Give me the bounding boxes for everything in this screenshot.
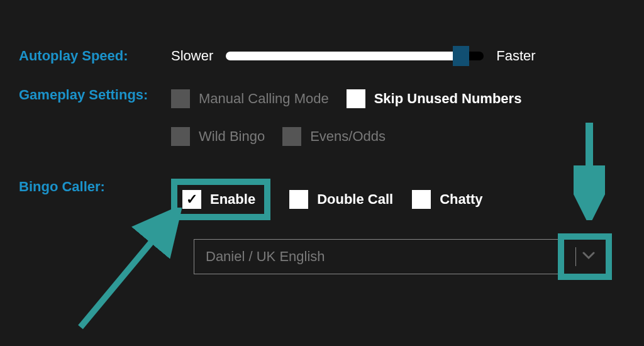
evens-odds-label: Evens/Odds — [310, 128, 386, 145]
bingo-caller-row: Bingo Caller: ✓ Enable Double Call Chatt… — [19, 179, 609, 274]
manual-calling-checkbox: Manual Calling Mode — [171, 89, 329, 108]
bingo-caller-label: Bingo Caller: — [19, 179, 171, 195]
double-call-checkbox[interactable]: Double Call — [289, 190, 393, 209]
checkbox-icon[interactable] — [289, 190, 308, 209]
enable-label: Enable — [210, 191, 255, 208]
checkbox-checked-icon[interactable]: ✓ — [182, 190, 201, 209]
autoplay-speed-slider-wrap: Slower Faster — [171, 48, 536, 64]
checkbox-icon — [282, 127, 301, 146]
evens-odds-checkbox: Evens/Odds — [282, 127, 386, 146]
chatty-label: Chatty — [440, 191, 482, 208]
double-call-label: Double Call — [317, 191, 393, 208]
voice-select-value: Daniel / UK English — [206, 248, 325, 265]
enable-highlight: ✓ Enable — [171, 179, 270, 220]
voice-dropdown-highlight — [558, 233, 612, 280]
enable-checkbox[interactable]: ✓ Enable — [182, 190, 255, 209]
divider — [575, 247, 576, 266]
slower-label: Slower — [171, 48, 213, 64]
checkbox-icon[interactable] — [412, 190, 431, 209]
checkbox-icon — [171, 127, 190, 146]
manual-calling-label: Manual Calling Mode — [199, 91, 329, 107]
wild-bingo-checkbox: Wild Bingo — [171, 127, 265, 146]
bingo-caller-options: ✓ Enable Double Call Chatty Daniel / UK … — [171, 179, 609, 274]
autoplay-speed-slider[interactable] — [226, 52, 484, 60]
skip-unused-label: Skip Unused Numbers — [374, 91, 522, 107]
voice-select[interactable]: Daniel / UK English — [194, 239, 609, 274]
gameplay-settings-row: Gameplay Settings: Manual Calling Mode S… — [19, 87, 521, 146]
wild-bingo-label: Wild Bingo — [199, 128, 265, 145]
checkbox-icon — [171, 89, 190, 108]
autoplay-speed-row: Autoplay Speed: Slower Faster — [19, 48, 536, 64]
skip-unused-checkbox[interactable]: Skip Unused Numbers — [347, 89, 522, 108]
gameplay-settings-label: Gameplay Settings: — [19, 87, 171, 103]
chatty-checkbox[interactable]: Chatty — [412, 190, 482, 209]
checkbox-icon[interactable] — [347, 89, 365, 108]
slider-thumb[interactable] — [453, 46, 469, 66]
slider-fill — [226, 52, 465, 60]
faster-label: Faster — [496, 48, 535, 64]
autoplay-speed-label: Autoplay Speed: — [19, 48, 171, 64]
chevron-down-icon[interactable] — [582, 251, 595, 262]
gameplay-options: Manual Calling Mode Skip Unused Numbers … — [171, 87, 521, 146]
